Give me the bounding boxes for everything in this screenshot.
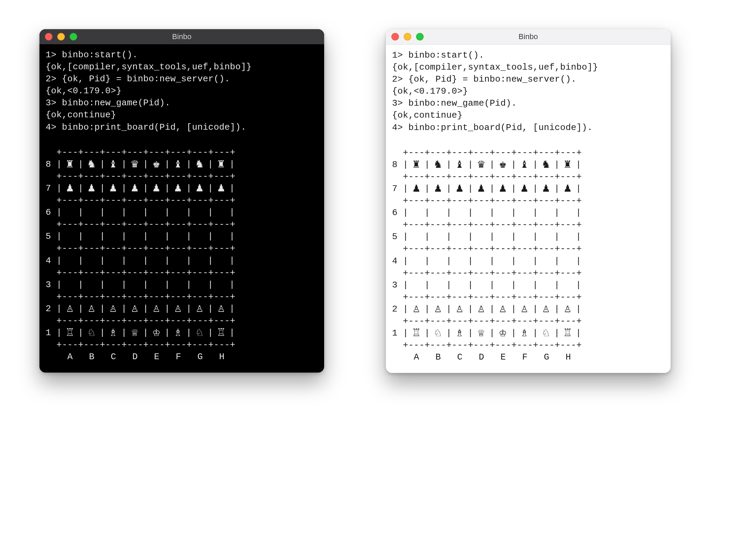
chess-piece: ♙ (131, 301, 139, 317)
board-divider: +---+---+---+---+---+---+---+---+ (46, 339, 318, 351)
chess-piece: ♙ (499, 301, 507, 317)
chess-piece (456, 253, 463, 269)
chess-piece: ♟ (131, 180, 139, 197)
chess-piece (478, 253, 485, 269)
chess-piece: ♕ (131, 325, 139, 341)
chess-piece (564, 205, 571, 221)
minimize-icon[interactable] (57, 33, 65, 40)
board-divider: +---+---+---+---+---+---+---+---+ (46, 146, 318, 159)
board-rank-1: 1 | ♖ | ♘ | ♗ | ♕ | ♔ | ♗ | ♘ | ♖ | (392, 327, 664, 339)
board-divider: +---+---+---+---+---+---+---+---+ (392, 171, 664, 183)
chess-piece (175, 253, 182, 269)
board-rank-5: 5 | | | | | | | | | (46, 231, 318, 243)
board-divider: +---+---+---+---+---+---+---+---+ (392, 243, 664, 255)
board-rank-7: 7 | ♟ | ♟ | ♟ | ♟ | ♟ | ♟ | ♟ | ♟ | (46, 183, 318, 195)
maximize-icon[interactable] (416, 33, 424, 40)
chess-piece (521, 205, 528, 221)
chess-piece: ♛ (478, 157, 485, 173)
chess-piece (435, 229, 442, 245)
chess-piece: ♚ (153, 156, 160, 173)
chess-piece: ♝ (456, 157, 463, 173)
chess-piece (564, 253, 571, 269)
chess-piece: ♞ (88, 156, 95, 173)
chess-piece: ♙ (564, 301, 571, 317)
traffic-lights (391, 33, 424, 40)
traffic-lights (45, 33, 77, 40)
chess-piece: ♙ (196, 301, 203, 317)
titlebar-light[interactable]: Binbo (386, 29, 671, 45)
chess-piece: ♙ (413, 301, 420, 317)
board-divider: +---+---+---+---+---+---+---+---+ (46, 291, 318, 303)
chess-piece: ♗ (110, 325, 117, 341)
board-rank-5: 5 | | | | | | | | | (392, 231, 664, 243)
chess-piece (218, 277, 225, 293)
chess-piece: ♙ (153, 301, 160, 317)
chess-piece (153, 277, 160, 293)
chess-piece (88, 228, 95, 245)
board-rank-4: 4 | | | | | | | | | (46, 255, 318, 267)
chess-board-light: +---+---+---+---+---+---+---+---+8 | ♜ |… (386, 145, 671, 373)
chess-piece (175, 277, 182, 293)
board-divider: +---+---+---+---+---+---+---+---+ (392, 315, 664, 327)
board-rank-6: 6 | | | | | | | | | (46, 207, 318, 219)
chess-piece: ♙ (435, 301, 442, 317)
chess-piece: ♙ (521, 301, 528, 317)
board-divider: +---+---+---+---+---+---+---+---+ (46, 243, 318, 255)
terminal-output-light[interactable]: 1> binbo:start(). {ok,[compiler,syntax_t… (386, 45, 671, 145)
chess-piece: ♙ (66, 301, 73, 317)
board-divider: +---+---+---+---+---+---+---+---+ (46, 195, 318, 207)
chess-piece: ♟ (499, 181, 507, 197)
chess-piece: ♟ (543, 181, 550, 197)
chess-piece: ♙ (175, 301, 182, 317)
minimize-icon[interactable] (404, 33, 411, 40)
chess-piece: ♔ (499, 325, 507, 341)
chess-piece (88, 277, 95, 293)
chess-piece: ♚ (499, 157, 507, 173)
chess-piece: ♞ (196, 156, 203, 173)
chess-piece: ♖ (564, 325, 571, 341)
board-divider: +---+---+---+---+---+---+---+---+ (46, 315, 318, 327)
close-icon[interactable] (45, 33, 52, 40)
chess-piece: ♗ (521, 325, 528, 341)
chess-piece: ♟ (478, 181, 485, 197)
chess-piece: ♖ (218, 325, 225, 341)
chess-piece (456, 277, 463, 293)
board-rank-2: 2 | ♙ | ♙ | ♙ | ♙ | ♙ | ♙ | ♙ | ♙ | (46, 303, 318, 315)
chess-piece (456, 229, 463, 245)
board-divider: +---+---+---+---+---+---+---+---+ (392, 195, 664, 207)
chess-piece (131, 277, 139, 293)
chess-piece (66, 253, 73, 269)
chess-piece: ♟ (413, 181, 420, 197)
chess-piece (435, 277, 442, 293)
terminal-output-dark[interactable]: 1> binbo:start(). {ok,[compiler,syntax_t… (39, 44, 324, 145)
maximize-icon[interactable] (70, 33, 77, 40)
board-divider: +---+---+---+---+---+---+---+---+ (46, 267, 318, 279)
chess-piece: ♟ (88, 180, 95, 197)
chess-piece: ♜ (66, 156, 73, 173)
chess-piece (110, 277, 117, 293)
chess-piece: ♖ (66, 325, 73, 341)
chess-piece: ♜ (413, 157, 420, 173)
chess-piece: ♗ (456, 325, 463, 341)
chess-piece (88, 253, 95, 269)
chess-piece (413, 253, 420, 269)
chess-piece: ♙ (478, 301, 485, 317)
chess-piece (435, 205, 442, 221)
close-icon[interactable] (391, 33, 399, 40)
chess-piece: ♘ (196, 325, 203, 341)
chess-piece (131, 253, 139, 269)
window-title: Binbo (386, 32, 671, 41)
chess-piece (435, 253, 442, 269)
chess-piece: ♜ (564, 157, 571, 173)
titlebar-dark[interactable]: Binbo (39, 29, 324, 44)
chess-piece: ♟ (218, 180, 225, 197)
chess-piece: ♘ (435, 325, 442, 341)
board-rank-2: 2 | ♙ | ♙ | ♙ | ♙ | ♙ | ♙ | ♙ | ♙ | (392, 303, 664, 315)
chess-piece (110, 228, 117, 245)
chess-piece: ♟ (175, 180, 182, 197)
chess-piece: ♘ (543, 325, 550, 341)
chess-piece (66, 204, 73, 221)
chess-piece (196, 228, 203, 245)
chess-piece (196, 277, 203, 293)
chess-piece (66, 228, 73, 245)
